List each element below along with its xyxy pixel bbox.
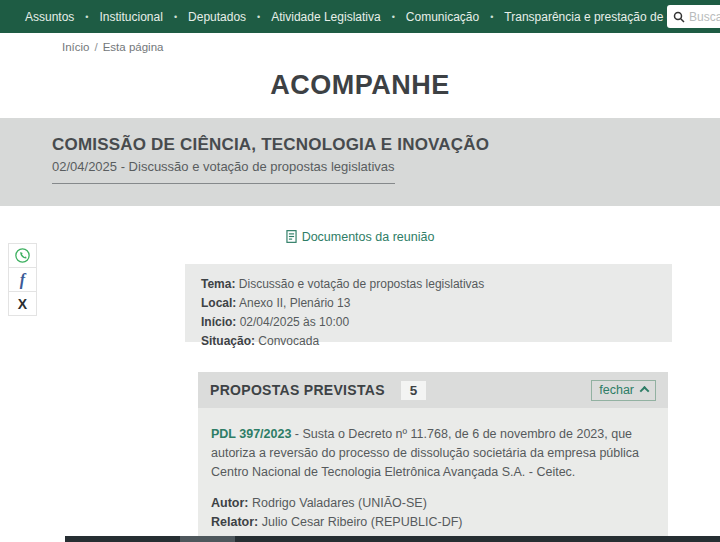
bottom-bar-thumb [180,536,235,542]
nav-separator: • [85,12,88,22]
share-x-button[interactable]: X [8,291,37,316]
proposta-ementa: PDL 397/2023 - Susta o Decreto nº 11.768… [211,425,655,482]
top-navbar: Assuntos • Institucional • Deputados • A… [0,0,720,33]
meeting-tema-label: Tema: [201,277,235,291]
documents-link-label: Documentos da reunião [302,230,435,244]
committee-band: COMISSÃO DE CIÊNCIA, TECNOLOGIA E INOVAÇ… [0,118,720,206]
propostas-header: PROPOSTAS PREVISTAS 5 fechar [198,372,668,408]
nav-item-comunicacao[interactable]: Comunicação [406,10,479,24]
proposta-autor: Autor: Rodrigo Valadares (UNIÃO-SE) [211,494,655,513]
meeting-situacao: Situação: Convocada [201,332,656,351]
propostas-body: PDL 397/2023 - Susta o Decreto nº 11.768… [198,408,668,542]
nav-menu: Assuntos • Institucional • Deputados • A… [25,10,702,24]
proposta-separator: - [291,427,302,441]
nav-item-assuntos[interactable]: Assuntos [25,10,74,24]
committee-meeting-subtitle: 02/04/2025 - Discussão e votação de prop… [52,159,395,184]
nav-item-atividade-legislativa[interactable]: Atividade Legislativa [271,10,380,24]
breadcrumb: Início/Esta página [62,41,163,53]
meeting-inicio-label: Início: [201,315,236,329]
proposta-authors: Autor: Rodrigo Valadares (UNIÃO-SE) Rela… [211,494,655,532]
breadcrumb-home-link[interactable]: Início [62,41,90,53]
nav-separator: • [174,12,177,22]
propostas-section: PROPOSTAS PREVISTAS 5 fechar PDL 397/202… [198,372,668,542]
search-box[interactable] [667,5,720,28]
proposta-id-link[interactable]: PDL 397/2023 [211,427,291,441]
bottom-dark-bar [65,536,720,542]
meeting-info-box: Tema: Discussão e votação de propostas l… [185,264,672,342]
propostas-count-badge: 5 [401,381,427,400]
meeting-local-label: Local: [201,296,236,310]
autor-label: Autor: [211,496,249,510]
nav-separator: • [490,12,493,22]
documents-link[interactable]: Documentos da reunião [286,230,435,244]
meeting-situacao-label: Situação: [201,334,255,348]
meeting-inicio: Início: 02/04/2025 às 10:00 [201,313,656,332]
x-icon: X [18,297,27,311]
documents-link-row: Documentos da reunião [0,229,720,247]
search-icon [673,11,685,23]
proposta-relator: Relator: Julio Cesar Ribeiro (REPUBLIC-D… [211,513,655,532]
fechar-button-label: fechar [599,383,634,397]
search-input[interactable] [689,10,720,24]
fechar-button[interactable]: fechar [591,380,656,401]
relator-label: Relator: [211,515,258,529]
meeting-local: Local: Anexo II, Plenário 13 [201,294,656,313]
share-column: f X [8,244,37,316]
share-facebook-button[interactable]: f [8,267,37,292]
whatsapp-icon [14,247,31,264]
meeting-tema: Tema: Discussão e votação de propostas l… [201,275,656,294]
nav-item-institucional[interactable]: Institucional [100,10,163,24]
propostas-title: PROPOSTAS PREVISTAS [210,382,385,398]
nav-separator: • [392,12,395,22]
nav-separator: • [257,12,260,22]
page: Assuntos • Institucional • Deputados • A… [0,0,720,542]
committee-name: COMISSÃO DE CIÊNCIA, TECNOLOGIA E INOVAÇ… [52,135,720,155]
page-title: ACOMPANHE [0,70,720,101]
chevron-up-icon [640,386,650,396]
facebook-icon: f [20,272,25,288]
document-icon [286,230,297,243]
nav-item-deputados[interactable]: Deputados [188,10,246,24]
breadcrumb-current: Esta página [103,41,164,53]
breadcrumb-separator: / [95,41,98,53]
